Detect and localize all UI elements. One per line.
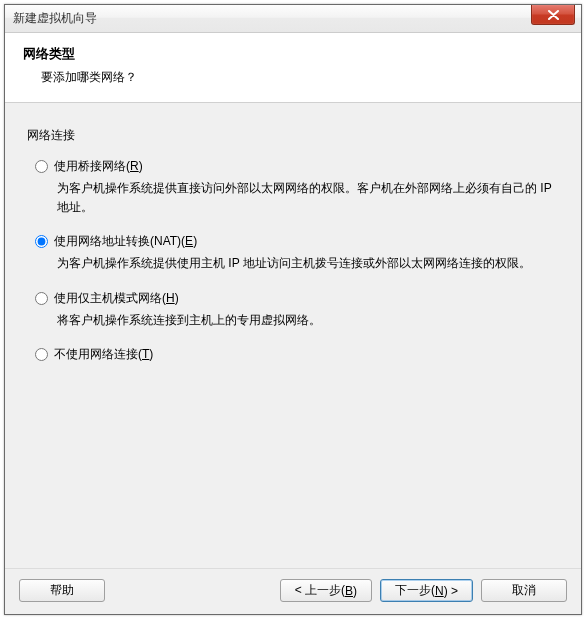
- wizard-window: 新建虚拟机向导 网络类型 要添加哪类网络？ 网络连接 使用桥接网络(R) 为客户…: [4, 4, 582, 615]
- next-button[interactable]: 下一步(N) >: [380, 579, 473, 602]
- option-bridged: 使用桥接网络(R) 为客户机操作系统提供直接访问外部以太网网络的权限。客户机在外…: [27, 158, 559, 217]
- option-bridged-row[interactable]: 使用桥接网络(R): [35, 158, 559, 175]
- option-nat-label: 使用网络地址转换(NAT)(E): [54, 233, 197, 250]
- window-title: 新建虚拟机向导: [13, 10, 97, 27]
- title-bar: 新建虚拟机向导: [5, 5, 581, 33]
- option-bridged-desc: 为客户机操作系统提供直接访问外部以太网网络的权限。客户机在外部网络上必须有自己的…: [35, 179, 559, 217]
- option-none: 不使用网络连接(T): [27, 346, 559, 363]
- help-button[interactable]: 帮助: [19, 579, 105, 602]
- header-panel: 网络类型 要添加哪类网络？: [5, 33, 581, 103]
- group-label-network: 网络连接: [27, 127, 559, 144]
- radio-bridged[interactable]: [35, 160, 48, 173]
- option-hostonly: 使用仅主机模式网络(H) 将客户机操作系统连接到主机上的专用虚拟网络。: [27, 290, 559, 330]
- close-button[interactable]: [531, 5, 575, 25]
- option-hostonly-desc: 将客户机操作系统连接到主机上的专用虚拟网络。: [35, 311, 559, 330]
- back-button[interactable]: < 上一步(B): [280, 579, 372, 602]
- close-icon: [548, 10, 559, 20]
- option-hostonly-row[interactable]: 使用仅主机模式网络(H): [35, 290, 559, 307]
- option-nat-row[interactable]: 使用网络地址转换(NAT)(E): [35, 233, 559, 250]
- page-subtitle: 要添加哪类网络？: [23, 69, 563, 86]
- cancel-button[interactable]: 取消: [481, 579, 567, 602]
- option-hostonly-label: 使用仅主机模式网络(H): [54, 290, 179, 307]
- option-bridged-label: 使用桥接网络(R): [54, 158, 143, 175]
- button-bar: 帮助 < 上一步(B) 下一步(N) > 取消: [5, 568, 581, 614]
- option-none-row[interactable]: 不使用网络连接(T): [35, 346, 559, 363]
- option-nat-desc: 为客户机操作系统提供使用主机 IP 地址访问主机拨号连接或外部以太网网络连接的权…: [35, 254, 559, 273]
- option-none-label: 不使用网络连接(T): [54, 346, 153, 363]
- radio-hostonly[interactable]: [35, 292, 48, 305]
- body-panel: 网络连接 使用桥接网络(R) 为客户机操作系统提供直接访问外部以太网网络的权限。…: [5, 103, 581, 363]
- radio-none[interactable]: [35, 348, 48, 361]
- page-title: 网络类型: [23, 45, 563, 63]
- option-nat: 使用网络地址转换(NAT)(E) 为客户机操作系统提供使用主机 IP 地址访问主…: [27, 233, 559, 273]
- radio-nat[interactable]: [35, 235, 48, 248]
